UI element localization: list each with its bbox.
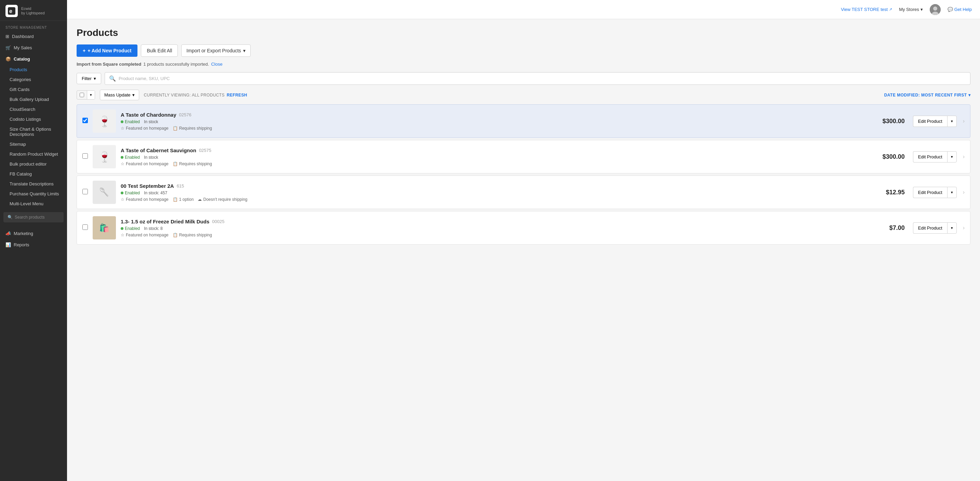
product-sku: 02575 bbox=[199, 148, 211, 153]
product-checkbox-4[interactable] bbox=[83, 225, 88, 231]
my-stores-dropdown[interactable]: My Stores ▾ bbox=[899, 7, 923, 12]
sidebar: e Ecwid by Lightspeed Store management ⊞… bbox=[0, 0, 67, 481]
stock-label: In stock: 457 bbox=[144, 191, 167, 195]
tag-shipping: 📋 Requires shipping bbox=[173, 233, 212, 237]
product-select-checkbox[interactable] bbox=[83, 225, 88, 230]
product-checkbox-1[interactable] bbox=[83, 118, 88, 124]
product-info-3: 00 Test September 2A 615 Enabled In stoc… bbox=[121, 183, 881, 202]
product-thumbnail-icon: 🍷 bbox=[98, 115, 111, 127]
edit-product-caret[interactable]: ▾ bbox=[947, 116, 957, 127]
chat-icon: 💬 bbox=[948, 7, 953, 12]
product-info-4: 1.3- 1.5 oz of Freeze Dried Milk Duds 00… bbox=[121, 218, 885, 237]
sidebar-sub-item-fb-catalog[interactable]: FB Catalog bbox=[0, 169, 67, 179]
add-product-button[interactable]: + + Add New Product bbox=[76, 45, 137, 57]
plus-icon: + bbox=[83, 48, 86, 53]
status-dot-icon bbox=[121, 156, 123, 159]
row-chevron-icon: › bbox=[963, 118, 965, 124]
product-thumbnail-icon: 🛍️ bbox=[99, 223, 110, 233]
sidebar-sub-item-cloudsearch[interactable]: CloudSearch bbox=[0, 104, 67, 114]
product-checkbox-3[interactable] bbox=[83, 189, 88, 196]
edit-product-button[interactable]: Edit Product bbox=[913, 187, 947, 198]
bulk-edit-button[interactable]: Bulk Edit All bbox=[141, 45, 178, 57]
refresh-link[interactable]: REFRESH bbox=[227, 93, 247, 97]
edit-product-caret[interactable]: ▾ bbox=[947, 222, 957, 234]
sidebar-sub-item-bulk-editor[interactable]: Bulk product editor bbox=[0, 159, 67, 169]
product-tags: ☆ Featured on homepage 📋 Requires shippi… bbox=[121, 126, 878, 131]
sidebar-item-dashboard[interactable]: ⊞ Dashboard bbox=[0, 31, 67, 42]
sidebar-sub-item-translate[interactable]: Translate Descriptions bbox=[0, 179, 67, 189]
tag-featured: ☆ Featured on homepage bbox=[121, 233, 169, 237]
get-help-link[interactable]: 💬 Get Help bbox=[948, 7, 972, 12]
select-all-checkbox-group: ▾ bbox=[76, 90, 95, 100]
product-select-checkbox[interactable] bbox=[83, 153, 88, 159]
product-select-checkbox[interactable] bbox=[83, 189, 88, 194]
sidebar-item-reports[interactable]: 📊 Reports bbox=[0, 239, 67, 250]
cloud-icon: ☁ bbox=[198, 197, 202, 202]
product-search-box[interactable]: 🔍 bbox=[105, 72, 970, 85]
shipping-icon: 📋 bbox=[173, 161, 178, 166]
product-search-input[interactable] bbox=[119, 76, 966, 81]
import-export-button[interactable]: Import or Export Products ▾ bbox=[181, 45, 251, 57]
stock-label: In stock: 8 bbox=[144, 226, 163, 231]
product-checkbox-2[interactable] bbox=[83, 153, 88, 160]
edit-product-button[interactable]: Edit Product bbox=[913, 151, 947, 162]
product-select-checkbox[interactable] bbox=[83, 118, 88, 123]
sort-button[interactable]: DATE MODIFIED: MOST RECENT FIRST ▾ bbox=[884, 93, 970, 97]
view-store-link[interactable]: View TEST STORE test ↗ bbox=[841, 7, 892, 12]
product-list: 🍷 A Taste of Chardonnay 02576 Enabled In… bbox=[76, 104, 970, 247]
search-input[interactable] bbox=[15, 215, 59, 220]
avatar[interactable] bbox=[930, 4, 941, 15]
sidebar-sub-item-bulk-gallery[interactable]: Bulk Gallery Upload bbox=[0, 94, 67, 104]
sidebar-sub-item-size-chart[interactable]: Size Chart & Options Descriptions bbox=[0, 124, 67, 139]
edit-button-group: Edit Product ▾ bbox=[913, 116, 957, 127]
table-row[interactable]: 🍷 A Taste of Cabernet Sauvignon 02575 En… bbox=[76, 140, 970, 174]
filter-button[interactable]: Filter ▾ bbox=[76, 73, 101, 84]
tag-shipping: ☁ Doesn't require shipping bbox=[198, 197, 247, 202]
product-info-1: A Taste of Chardonnay 02576 Enabled In s… bbox=[121, 112, 878, 131]
status-dot-icon bbox=[121, 227, 123, 230]
sidebar-sub-item-codisto[interactable]: Codisto Listings bbox=[0, 114, 67, 124]
table-row[interactable]: 🍷 A Taste of Chardonnay 02576 Enabled In… bbox=[76, 104, 970, 138]
product-search-box[interactable]: 🔍 bbox=[3, 212, 64, 222]
product-name: A Taste of Chardonnay bbox=[121, 112, 177, 118]
product-thumbnail-icon: 🍷 bbox=[98, 151, 111, 163]
sidebar-sub-item-multi-menu[interactable]: Multi-Level Menu bbox=[0, 199, 67, 209]
product-name: 1.3- 1.5 oz of Freeze Dried Milk Duds bbox=[121, 218, 209, 225]
product-price: $12.95 bbox=[886, 189, 905, 196]
import-close-link[interactable]: Close bbox=[211, 62, 222, 67]
product-image-1: 🍷 bbox=[93, 110, 116, 133]
sidebar-item-catalog[interactable]: 📦 Catalog bbox=[0, 53, 67, 65]
tag-option: 📋 1 option bbox=[173, 197, 194, 202]
table-row[interactable]: 🥄 00 Test September 2A 615 Enabled In st… bbox=[76, 175, 970, 209]
edit-product-caret[interactable]: ▾ bbox=[947, 187, 957, 198]
product-info-2: A Taste of Cabernet Sauvignon 02575 Enab… bbox=[121, 147, 878, 166]
mass-update-button[interactable]: Mass Update ▾ bbox=[100, 90, 139, 100]
page-title: Products bbox=[76, 27, 970, 38]
product-tags: ☆ Featured on homepage 📋 1 option ☁ Does… bbox=[121, 197, 881, 202]
search-icon: 🔍 bbox=[8, 215, 13, 220]
edit-product-button[interactable]: Edit Product bbox=[913, 222, 947, 234]
chevron-down-icon: ▾ bbox=[921, 7, 923, 12]
star-icon: ☆ bbox=[121, 161, 124, 166]
sidebar-sub-item-sitemap[interactable]: Sitemap bbox=[0, 139, 67, 149]
search-icon: 🔍 bbox=[109, 75, 116, 82]
star-icon: ☆ bbox=[121, 233, 124, 237]
edit-product-button[interactable]: Edit Product bbox=[913, 116, 947, 127]
tag-featured: ☆ Featured on homepage bbox=[121, 161, 169, 166]
sidebar-sub-item-categories[interactable]: Categories bbox=[0, 75, 67, 84]
edit-product-caret[interactable]: ▾ bbox=[947, 151, 957, 162]
table-row[interactable]: 🛍️ 1.3- 1.5 oz of Freeze Dried Milk Duds… bbox=[76, 211, 970, 245]
sidebar-sub-item-purchase-limits[interactable]: Purchase Quantity Limits bbox=[0, 189, 67, 199]
sidebar-sub-item-products[interactable]: Products bbox=[0, 65, 67, 75]
select-all-checkbox[interactable] bbox=[80, 93, 84, 97]
toolbar: + + Add New Product Bulk Edit All Import… bbox=[76, 45, 970, 57]
import-notice: Import from Square completed 1 products … bbox=[76, 62, 970, 67]
product-thumbnail-icon: 🥄 bbox=[99, 188, 110, 197]
sidebar-sub-item-random-widget[interactable]: Random Product Widget bbox=[0, 149, 67, 159]
sidebar-item-my-sales[interactable]: 🛒 My Sales bbox=[0, 42, 67, 53]
star-icon: ☆ bbox=[121, 126, 124, 131]
checkbox-caret-button[interactable]: ▾ bbox=[87, 91, 95, 99]
sidebar-item-marketing[interactable]: 📣 Marketing bbox=[0, 228, 67, 239]
chevron-down-icon: ▾ bbox=[243, 48, 245, 53]
sidebar-sub-item-gift-cards[interactable]: Gift Cards bbox=[0, 84, 67, 94]
